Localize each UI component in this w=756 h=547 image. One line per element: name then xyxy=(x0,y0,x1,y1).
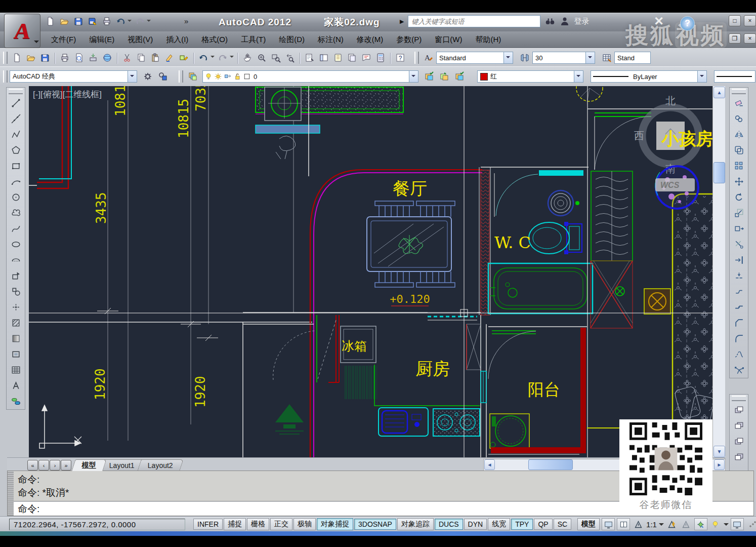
open-icon[interactable] xyxy=(24,51,38,65)
polygon-icon[interactable] xyxy=(8,142,24,158)
break-at-point-icon[interactable] xyxy=(731,268,747,284)
trim-icon[interactable] xyxy=(731,237,747,252)
text-style-combo[interactable]: Standard xyxy=(436,52,513,64)
send-below-icon[interactable] xyxy=(731,449,747,465)
status-toggle[interactable]: 正交 xyxy=(270,518,292,530)
undo-icon[interactable] xyxy=(196,51,211,65)
point-icon[interactable] xyxy=(8,299,24,315)
save-workspace-icon[interactable] xyxy=(155,69,171,84)
autocad-logo-button[interactable]: A xyxy=(4,14,40,48)
gradient-icon[interactable] xyxy=(8,331,24,346)
chevron-down-icon[interactable] xyxy=(503,52,513,63)
wipeout-icon[interactable] xyxy=(8,394,24,409)
rectangle-icon[interactable] xyxy=(8,158,24,174)
tab-nav-button[interactable]: » xyxy=(61,460,71,471)
annotation-visibility-icon[interactable] xyxy=(666,519,678,530)
layer-lock-icon[interactable] xyxy=(233,72,241,81)
block-editor-icon[interactable] xyxy=(177,51,191,65)
status-toggle[interactable]: TPY xyxy=(511,519,533,530)
fillet-icon[interactable] xyxy=(731,331,747,346)
scroll-up-button[interactable]: ▲ xyxy=(713,87,725,98)
status-toggle[interactable]: DUCS xyxy=(435,519,463,530)
scroll-down-button[interactable]: ▼ xyxy=(713,446,725,457)
sheet-set-icon[interactable] xyxy=(345,51,359,65)
stretch-icon[interactable] xyxy=(731,221,747,237)
line-icon[interactable] xyxy=(8,95,24,111)
copy-icon[interactable] xyxy=(134,51,148,65)
search-binoculars-icon[interactable] xyxy=(544,16,556,27)
dim-style-combo[interactable]: 30 xyxy=(532,52,595,64)
drawing-canvas[interactable]: 北 西 南 WCS 10815 3435 1920 10815 7035 192… xyxy=(29,86,712,457)
annotation-scale-value[interactable]: 1:1 xyxy=(646,520,657,529)
chevron-down-icon[interactable] xyxy=(697,71,706,82)
tab-nav-button[interactable]: « xyxy=(27,460,38,471)
construction-line-icon[interactable] xyxy=(8,111,24,127)
status-toggle[interactable]: INFER xyxy=(193,519,223,530)
make-block-icon[interactable] xyxy=(8,284,24,299)
layer-on-bulb-icon[interactable] xyxy=(204,72,213,81)
break-icon[interactable] xyxy=(731,284,747,299)
tab-nav-button[interactable]: ‹ xyxy=(38,460,49,471)
layer-previous-icon[interactable] xyxy=(437,69,452,84)
lineweight-combo[interactable] xyxy=(714,70,755,83)
status-toggle[interactable]: QP xyxy=(534,519,552,530)
layout-tab[interactable]: Layout2 xyxy=(137,459,183,471)
toolbar-grip[interactable] xyxy=(3,70,8,83)
qat-undo-icon[interactable] xyxy=(114,15,128,28)
status-toggle[interactable]: 栅格 xyxy=(247,518,269,530)
table-style-icon[interactable] xyxy=(599,50,614,65)
annotation-scale-icon[interactable] xyxy=(632,519,644,530)
zoom-realtime-icon[interactable] xyxy=(255,51,269,65)
menu-item[interactable]: 帮助(H) xyxy=(469,35,508,45)
blend-icon[interactable] xyxy=(731,346,747,362)
zoom-previous-icon[interactable] xyxy=(283,51,297,65)
layer-freeze-sun-icon[interactable] xyxy=(214,72,222,81)
insert-block-icon[interactable] xyxy=(8,268,24,284)
table-icon[interactable] xyxy=(8,362,24,378)
toolbar-grip[interactable] xyxy=(179,70,183,83)
chevron-down-icon[interactable] xyxy=(659,523,664,528)
ellipse-arc-icon[interactable] xyxy=(8,252,24,268)
menu-item[interactable]: 格式(O) xyxy=(195,35,234,45)
scroll-right-button[interactable]: ► xyxy=(714,459,725,470)
menu-item[interactable]: 工具(T) xyxy=(234,35,272,45)
erase-icon[interactable] xyxy=(731,95,747,111)
scroll-thumb[interactable] xyxy=(713,162,725,183)
status-toggle[interactable]: 对象追踪 xyxy=(397,518,434,530)
toolbar-grip[interactable] xyxy=(732,396,746,401)
viewcube-north-label[interactable]: 北 xyxy=(665,95,676,106)
doc-restore-button[interactable]: ❐ xyxy=(729,33,741,44)
status-toggle[interactable]: DYN xyxy=(464,519,487,530)
plot-preview-icon[interactable] xyxy=(72,51,86,65)
chamfer-icon[interactable] xyxy=(731,315,747,331)
qat-plot-icon[interactable] xyxy=(100,15,113,28)
plot-icon[interactable] xyxy=(58,51,72,65)
status-toggle[interactable]: 3DOSNAP xyxy=(354,519,396,530)
extend-icon[interactable] xyxy=(731,252,747,268)
qat-new-icon[interactable] xyxy=(44,15,57,28)
scroll-thumb[interactable] xyxy=(528,459,573,470)
toolbar-grip[interactable] xyxy=(414,52,419,64)
status-toggle[interactable]: 捕捉 xyxy=(224,518,246,530)
cut-icon[interactable] xyxy=(120,51,134,65)
status-bulb-icon[interactable] xyxy=(709,519,722,530)
chevron-down-icon[interactable] xyxy=(574,71,583,82)
close-button[interactable]: × xyxy=(744,15,756,26)
qat-saveas-icon[interactable] xyxy=(86,15,99,28)
status-toggle[interactable]: 对象捕捉 xyxy=(317,518,353,530)
menu-item[interactable]: 修改(M) xyxy=(350,35,390,45)
3d-dwf-icon[interactable] xyxy=(100,51,114,65)
annotation-auto-icon[interactable] xyxy=(680,519,692,530)
polyline-icon[interactable] xyxy=(8,127,24,142)
mtext-icon[interactable] xyxy=(8,378,24,394)
clean-screen-icon[interactable] xyxy=(731,518,744,530)
table-style-combo[interactable]: Stand xyxy=(614,52,651,64)
qat-overflow-button[interactable]: » xyxy=(184,17,188,25)
bring-to-front-icon[interactable] xyxy=(731,402,747,418)
toolbar-grip[interactable] xyxy=(3,52,8,64)
viewcube-west-label[interactable]: 西 xyxy=(634,130,644,141)
layer-isolate-icon[interactable] xyxy=(452,69,467,84)
publish-icon[interactable] xyxy=(86,51,100,65)
circle-icon[interactable] xyxy=(8,189,24,205)
tab-nav-button[interactable]: › xyxy=(50,460,60,471)
